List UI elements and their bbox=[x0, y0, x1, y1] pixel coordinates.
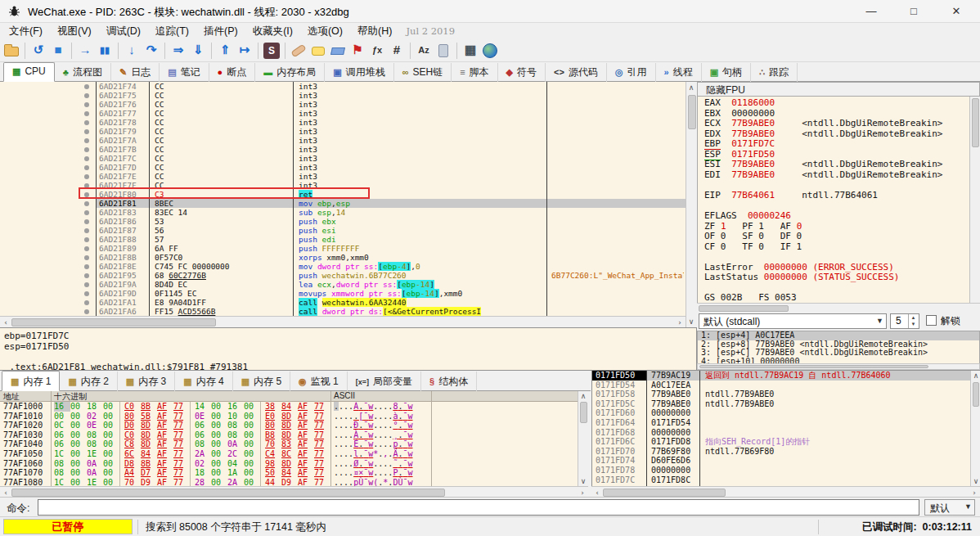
memory-byte[interactable]: 10 bbox=[227, 412, 244, 421]
close-button[interactable]: ✕ bbox=[937, 0, 975, 22]
scroll-up-arrow[interactable]: ∧ bbox=[578, 391, 588, 401]
memory-byte[interactable]: 77 bbox=[173, 412, 190, 421]
memory-byte[interactable]: 00 bbox=[244, 402, 260, 412]
memory-byte[interactable]: 83 bbox=[281, 439, 298, 449]
memory-byte[interactable]: 00 bbox=[103, 468, 119, 478]
menu-help[interactable]: 帮助(H) bbox=[350, 23, 399, 40]
memory-byte[interactable]: 77 bbox=[173, 402, 190, 412]
memory-byte[interactable]: 98 bbox=[260, 459, 281, 469]
memory-byte[interactable]: AF bbox=[298, 412, 314, 421]
stack-row[interactable]: 0171FD5877B9ABE0ntdll.77B9ABE0 bbox=[592, 390, 970, 399]
menu-file[interactable]: 文件(F) bbox=[2, 23, 50, 40]
memory-byte[interactable]: C4 bbox=[260, 449, 281, 459]
memory-byte[interactable]: 00 bbox=[244, 421, 260, 430]
breakpoint-dot-icon[interactable] bbox=[84, 174, 89, 179]
breakpoint-dot-icon[interactable] bbox=[84, 237, 89, 242]
memory-byte[interactable]: 06 bbox=[190, 430, 211, 440]
memory-byte[interactable]: AF bbox=[157, 478, 173, 486]
breakpoint-dot-icon[interactable] bbox=[84, 93, 89, 98]
memory-byte[interactable]: 00 bbox=[103, 430, 119, 440]
disasm-row[interactable]: 6AD21F8EC745 FC 00000000mov dword ptr ss… bbox=[0, 262, 686, 271]
memory-byte[interactable]: 00 bbox=[70, 412, 87, 421]
memory-byte[interactable]: 06 bbox=[54, 439, 70, 449]
memory-byte[interactable]: AF bbox=[298, 478, 314, 486]
memory-horizontal-scrollbar[interactable]: ‹ › bbox=[0, 486, 588, 498]
register-line[interactable]: CF 0 TF 0 IF 1 bbox=[698, 242, 969, 253]
breakpoint-dot-icon[interactable] bbox=[84, 147, 89, 152]
memory-byte[interactable]: 84 bbox=[281, 468, 298, 478]
disasm-row[interactable]: 6AD21F76CCint3 bbox=[0, 100, 686, 109]
disassembly-vertical-scrollbar[interactable]: ∧ ∨ bbox=[686, 82, 697, 327]
bookmarks-icon[interactable]: ⚑ bbox=[348, 41, 367, 61]
breakpoint-dot-icon[interactable] bbox=[84, 102, 89, 107]
memory-byte[interactable]: 00 bbox=[211, 478, 227, 486]
memory-byte[interactable]: 1C bbox=[54, 449, 70, 459]
disasm-row[interactable]: 6AD21F7ECCint3 bbox=[0, 172, 686, 181]
hash-icon[interactable]: # bbox=[387, 41, 407, 61]
memory-byte[interactable]: 77 bbox=[314, 412, 330, 421]
memory-byte[interactable]: 70 bbox=[260, 439, 281, 449]
tab-cpu[interactable]: ▦CPU bbox=[3, 62, 55, 82]
command-input[interactable] bbox=[38, 499, 919, 516]
memory-byte[interactable]: 77 bbox=[314, 430, 330, 440]
stack-row[interactable]: 0171FD6800000000 bbox=[592, 428, 970, 438]
memory-byte[interactable]: 77 bbox=[173, 468, 190, 478]
menu-options[interactable]: 选项(O) bbox=[300, 23, 350, 40]
memory-byte[interactable]: 00 bbox=[211, 430, 227, 440]
register-line[interactable]: EIP 77B64061 ntdll.77B64061 bbox=[698, 191, 969, 201]
memory-byte[interactable]: 8D bbox=[141, 439, 157, 449]
memory-byte[interactable]: 8B bbox=[141, 459, 157, 469]
memory-byte[interactable]: AF bbox=[298, 449, 314, 459]
stack-view[interactable]: 0171FD5077B9AC19返回到 ntdll.77B9AC19 自 ntd… bbox=[591, 371, 970, 486]
patches-icon[interactable] bbox=[290, 44, 306, 58]
menu-favourites[interactable]: 收藏夹(I) bbox=[245, 23, 300, 40]
disasm-row[interactable]: 6AD21F818BECmov ebp,esp bbox=[0, 199, 686, 208]
tab-call-stack[interactable]: ▣调用堆栈 bbox=[325, 63, 393, 82]
memory-byte[interactable]: 00 bbox=[211, 402, 227, 412]
memory-byte[interactable]: 84 bbox=[281, 402, 298, 412]
scroll-down-arrow[interactable]: ∨ bbox=[578, 476, 588, 486]
disasm-row[interactable]: 6AD21F7ACCint3 bbox=[0, 136, 686, 145]
memory-byte[interactable]: C8 bbox=[119, 439, 141, 449]
memory-byte[interactable]: 00 bbox=[70, 439, 87, 449]
memory-byte[interactable]: 02 bbox=[190, 459, 211, 469]
breakpoint-dot-icon[interactable] bbox=[84, 282, 89, 287]
memory-byte[interactable]: C0 bbox=[119, 430, 141, 440]
disassembly-view[interactable]: 6AD21F74CCint36AD21F75CCint36AD21F76CCin… bbox=[0, 82, 686, 327]
memory-byte[interactable]: 00 bbox=[103, 478, 119, 486]
disasm-row[interactable]: 6AD21F8653push ebx bbox=[0, 217, 686, 226]
memory-byte[interactable]: 00 bbox=[244, 430, 260, 440]
breakpoint-dot-icon[interactable] bbox=[84, 120, 89, 125]
memory-row[interactable]: 77AF100016001800C08BAF77140016003884AF77… bbox=[0, 402, 578, 412]
run-icon[interactable]: → bbox=[75, 41, 95, 61]
memory-byte[interactable]: C0 bbox=[119, 402, 141, 412]
memory-byte[interactable]: 16 bbox=[227, 402, 244, 412]
stack-row[interactable]: 0171FD5077B9AC19返回到 ntdll.77B9AC19 自 ntd… bbox=[592, 371, 970, 381]
breakpoint-dot-icon[interactable] bbox=[84, 111, 89, 116]
argument-row[interactable]: 1: [esp+4] A0C17EEA bbox=[698, 331, 979, 340]
tab-dump-5[interactable]: ▦内存 5 bbox=[233, 372, 290, 391]
memory-byte[interactable]: 00 bbox=[103, 421, 119, 430]
menu-debug[interactable]: 调试(D) bbox=[99, 23, 148, 40]
tab-breakpoints[interactable]: ●断点 bbox=[209, 63, 256, 82]
memory-byte[interactable]: 77 bbox=[314, 459, 330, 469]
disasm-row[interactable]: 6AD21F8B0F57C0xorps xmm0,xmm0 bbox=[0, 253, 686, 262]
stack-row[interactable]: 0171FD7800000000 bbox=[592, 466, 970, 475]
stack-row[interactable]: 0171FD6000000000 bbox=[592, 408, 970, 418]
stack-row[interactable]: 0171FD7C0171FD8C bbox=[592, 475, 970, 485]
breakpoint-dot-icon[interactable] bbox=[84, 138, 89, 143]
stack-horizontal-scrollbar[interactable]: ‹ › bbox=[591, 486, 980, 498]
memory-byte[interactable]: 1E bbox=[87, 478, 103, 486]
unlock-checkbox[interactable] bbox=[926, 315, 937, 326]
memory-byte[interactable]: 80 bbox=[260, 421, 281, 430]
memory-byte[interactable]: 00 bbox=[103, 402, 119, 412]
memory-byte[interactable]: 77 bbox=[314, 478, 330, 486]
memory-byte[interactable]: AF bbox=[157, 430, 173, 440]
tab-references[interactable]: ◎引用 bbox=[607, 63, 656, 82]
memory-row[interactable]: 77AF101000000200805BAF770E001000E08DAF77… bbox=[0, 412, 578, 421]
memory-byte[interactable]: 08 bbox=[87, 439, 103, 449]
memory-byte[interactable]: D9 bbox=[281, 478, 298, 486]
memory-byte[interactable]: AF bbox=[298, 421, 314, 430]
scrollbar-thumb[interactable] bbox=[972, 98, 979, 147]
stack-row[interactable]: 0171FD6C0171FDD8指向SEH_Record[1]的指针 bbox=[592, 437, 970, 447]
